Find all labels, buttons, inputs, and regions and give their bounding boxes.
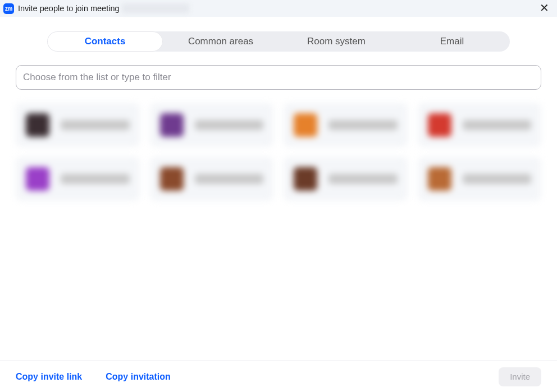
search-wrap bbox=[0, 52, 557, 98]
contact-card[interactable] bbox=[418, 103, 542, 147]
titlebar: zm Invite people to join meeting ✕ bbox=[0, 0, 557, 17]
contact-card[interactable] bbox=[150, 103, 274, 147]
contact-card[interactable] bbox=[16, 157, 140, 201]
avatar bbox=[428, 167, 451, 191]
meeting-id-redacted bbox=[122, 3, 189, 13]
contact-card[interactable] bbox=[284, 103, 408, 147]
contact-name-redacted bbox=[195, 174, 264, 184]
contact-card[interactable] bbox=[418, 157, 542, 201]
avatar bbox=[26, 167, 49, 191]
contact-card[interactable] bbox=[150, 157, 274, 201]
avatar bbox=[26, 113, 49, 137]
invite-button[interactable]: Invite bbox=[499, 367, 541, 386]
app-icon: zm bbox=[3, 3, 14, 14]
spacer bbox=[0, 206, 557, 361]
avatar bbox=[294, 167, 317, 191]
close-icon[interactable]: ✕ bbox=[540, 2, 549, 13]
tabs-container: ContactsCommon areasRoom systemEmail bbox=[0, 17, 557, 52]
contact-card[interactable] bbox=[284, 157, 408, 201]
tab-room-system[interactable]: Room system bbox=[278, 31, 394, 52]
window-title: Invite people to join meeting bbox=[18, 4, 120, 13]
avatar bbox=[428, 113, 451, 137]
tab-email[interactable]: Email bbox=[394, 31, 510, 52]
contact-name-redacted bbox=[328, 120, 398, 130]
avatar bbox=[160, 167, 184, 191]
filter-input[interactable] bbox=[16, 65, 541, 90]
contact-name-redacted bbox=[463, 120, 532, 130]
contact-name-redacted bbox=[463, 174, 532, 184]
tab-contacts[interactable]: Contacts bbox=[47, 31, 163, 52]
contact-card[interactable] bbox=[16, 103, 140, 147]
contacts-grid bbox=[0, 98, 557, 206]
contact-name-redacted bbox=[61, 174, 130, 184]
tab-common-areas[interactable]: Common areas bbox=[163, 31, 278, 52]
avatar bbox=[160, 113, 184, 137]
tabs: ContactsCommon areasRoom systemEmail bbox=[47, 31, 510, 52]
contact-name-redacted bbox=[328, 174, 398, 184]
avatar bbox=[294, 113, 317, 137]
copy-invitation-button[interactable]: Copy invitation bbox=[106, 372, 171, 382]
copy-invite-link-button[interactable]: Copy invite link bbox=[16, 372, 82, 382]
contact-name-redacted bbox=[195, 120, 264, 130]
contact-name-redacted bbox=[61, 120, 130, 130]
footer: Copy invite link Copy invitation Invite bbox=[0, 361, 557, 392]
